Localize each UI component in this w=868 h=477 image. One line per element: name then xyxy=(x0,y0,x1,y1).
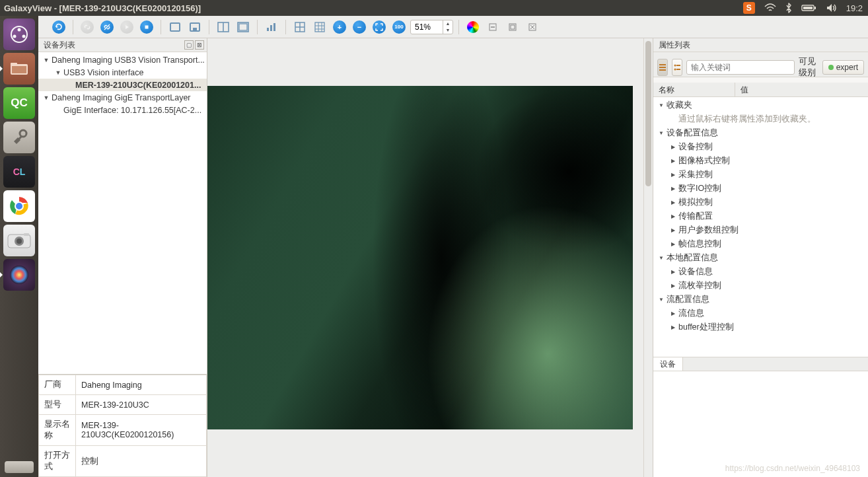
layout-single-button[interactable] xyxy=(235,18,252,36)
ubuntu-top-panel: GalaxyView - [MER-139-210U3C(KE020012015… xyxy=(0,0,868,16)
save-button[interactable] xyxy=(186,18,203,36)
sound-icon[interactable] xyxy=(826,3,837,13)
battery-icon[interactable] xyxy=(801,4,817,12)
input-method-icon[interactable]: S xyxy=(743,2,755,14)
svg-rect-1 xyxy=(814,7,816,9)
property-tree-row[interactable]: ▼本地配置信息 xyxy=(653,251,868,265)
visibility-level-button[interactable]: expert xyxy=(822,60,864,75)
property-tree-row[interactable]: ▶采集控制 xyxy=(653,168,868,182)
property-view-tree-icon[interactable] xyxy=(672,59,682,76)
bluetooth-icon[interactable] xyxy=(785,3,792,13)
link-button xyxy=(79,18,96,36)
grid4-button[interactable] xyxy=(291,18,308,36)
svg-point-4 xyxy=(18,28,21,32)
image-viewport xyxy=(207,38,653,477)
property-search-input[interactable] xyxy=(686,60,795,75)
property-panel-header: 属性列表 xyxy=(653,38,868,52)
svg-rect-25 xyxy=(239,24,247,30)
histogram-button[interactable] xyxy=(263,18,280,36)
color-wheel-button[interactable] xyxy=(464,18,482,36)
property-tree-row[interactable]: ▶帧信息控制 xyxy=(653,237,868,251)
svg-rect-2 xyxy=(803,7,813,9)
property-tree-row[interactable]: ▶用户参数组控制 xyxy=(653,223,868,237)
property-tree-row[interactable]: ▶图像格式控制 xyxy=(653,154,868,168)
svg-point-47 xyxy=(674,64,676,66)
device-tree-row[interactable]: ▼Daheng Imaging USB3 Vision Transport... xyxy=(38,54,207,66)
visibility-label: 可见级别 xyxy=(799,56,818,79)
property-tree-row[interactable]: ▶buffer处理控制 xyxy=(653,320,868,334)
svg-rect-8 xyxy=(11,63,17,65)
refresh-button[interactable] xyxy=(50,18,67,36)
zoom-input[interactable]: ▲▼ xyxy=(410,20,453,34)
unity-launcher: QC CL xyxy=(0,16,38,477)
property-tree-row[interactable]: 通过鼠标右键将属性添加到收藏夹。 xyxy=(653,112,868,126)
property-tree-row[interactable]: ▶模拟控制 xyxy=(653,196,868,209)
svg-point-17 xyxy=(17,238,22,244)
launcher-clion-icon[interactable]: CL xyxy=(3,156,35,188)
device-tree-row[interactable]: GigE Interface: 10.171.126.55[AC-2... xyxy=(38,104,207,116)
zoom-fit-button[interactable] xyxy=(371,18,388,36)
unlink-button[interactable] xyxy=(98,18,116,36)
svg-point-6 xyxy=(22,35,26,38)
property-tabs: 设备 xyxy=(653,357,868,371)
launcher-dash-icon[interactable] xyxy=(3,18,35,50)
device-tree-row[interactable]: ▼Daheng Imaging GigE TransportLayer xyxy=(38,91,207,104)
zoom-step-up[interactable]: ▲ xyxy=(443,20,452,27)
svg-point-5 xyxy=(13,35,17,38)
panel-float-icon[interactable]: ▢ xyxy=(184,40,194,50)
device-tree[interactable]: ▼Daheng Imaging USB3 Vision Transport...… xyxy=(38,52,207,374)
minimize-panel-button[interactable] xyxy=(484,18,501,36)
svg-rect-21 xyxy=(145,25,149,28)
property-tree-row[interactable]: ▶流信息 xyxy=(653,307,868,320)
device-info-table: 厂商Daheng Imaging型号MER-139-210U3C显示名称MER-… xyxy=(38,374,207,477)
launcher-qc-icon[interactable]: QC xyxy=(3,87,35,119)
device-tree-row[interactable]: ▼USB3 Vision interface xyxy=(38,66,207,79)
close-panel-button[interactable] xyxy=(524,18,541,36)
launcher-settings-icon[interactable] xyxy=(3,122,35,153)
launcher-camera-icon[interactable] xyxy=(3,225,35,256)
svg-point-48 xyxy=(674,68,676,70)
svg-rect-32 xyxy=(315,22,324,32)
zoom-100-button[interactable]: 100 xyxy=(390,18,408,36)
svg-rect-9 xyxy=(12,66,26,73)
property-tree-row[interactable]: ▶设备信息 xyxy=(653,265,868,279)
grid9-button[interactable] xyxy=(311,18,328,36)
panel-close-icon[interactable]: ⊠ xyxy=(195,40,204,50)
device-list-header: 设备列表 ▢ ⊠ xyxy=(38,38,207,52)
zoom-value-field[interactable] xyxy=(411,22,443,32)
zoom-in-button[interactable]: + xyxy=(331,18,348,36)
svg-rect-27 xyxy=(270,25,272,31)
stop-button[interactable] xyxy=(138,18,155,36)
vertical-scrollbar[interactable] xyxy=(643,38,653,477)
image-scroll-area[interactable] xyxy=(207,38,643,477)
launcher-files-icon[interactable] xyxy=(3,53,35,85)
property-toolbar: 可见级别 expert xyxy=(653,52,868,77)
property-tree-row[interactable]: ▶数字IO控制 xyxy=(653,182,868,196)
open-button[interactable] xyxy=(166,18,184,36)
property-panel: 属性列表 可见级别 expert 名称 值 ▼收藏夹通过鼠标右键将属性添加到收藏… xyxy=(653,38,868,477)
property-tree-row[interactable]: ▼设备配置信息 xyxy=(653,126,868,140)
clock-label[interactable]: 19:2 xyxy=(846,3,863,13)
indicator-area: S 19:2 xyxy=(743,2,863,14)
property-tree-row[interactable]: ▶流枚举控制 xyxy=(653,279,868,293)
property-tree-row[interactable]: ▶传输配置 xyxy=(653,209,868,223)
property-view-list-icon[interactable] xyxy=(657,59,668,76)
wifi-icon[interactable] xyxy=(764,3,776,13)
layout-split-button[interactable] xyxy=(215,18,232,36)
property-tree-row[interactable]: ▶设备控制 xyxy=(653,140,868,154)
play-button xyxy=(118,18,135,36)
svg-rect-40 xyxy=(511,25,515,29)
property-tree-row[interactable]: ▼收藏夹 xyxy=(653,98,868,112)
device-tree-row[interactable]: MER-139-210U3C(KE02001201... xyxy=(38,79,207,91)
launcher-disk-icon[interactable] xyxy=(5,461,34,473)
launcher-chrome-icon[interactable] xyxy=(3,190,35,222)
svg-rect-26 xyxy=(267,28,269,31)
property-tree[interactable]: ▼收藏夹通过鼠标右键将属性添加到收藏夹。▼设备配置信息▶设备控制▶图像格式控制▶… xyxy=(653,97,868,357)
zoom-step-down[interactable]: ▼ xyxy=(443,27,452,34)
launcher-galaxyview-icon[interactable] xyxy=(3,259,35,291)
property-detail-area xyxy=(653,371,868,477)
property-tree-row[interactable]: ▼流配置信息 xyxy=(653,293,868,307)
restore-panel-button[interactable] xyxy=(504,18,521,36)
tab-device[interactable]: 设备 xyxy=(653,357,683,371)
zoom-out-button[interactable]: − xyxy=(351,18,368,36)
